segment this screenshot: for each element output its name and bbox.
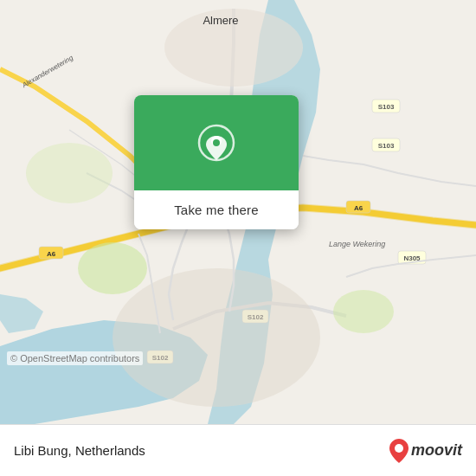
svg-text:S103: S103 [378,142,395,150]
svg-point-21 [26,143,113,203]
svg-point-26 [395,444,403,453]
moovit-pin-icon [389,439,408,463]
take-me-there-button[interactable]: Take me there [134,190,299,229]
svg-point-25 [213,139,220,146]
copyright-text: © OpenStreetMap contributors [7,351,143,365]
popup-header [134,95,299,190]
bottom-bar: Libi Bung, Netherlands moovit [0,424,476,476]
svg-point-19 [78,242,147,294]
svg-text:Almere: Almere [203,14,238,27]
map-popup: Take me there [134,95,299,229]
location-name: Libi Bung, Netherlands [14,443,145,458]
moovit-logo-text: moovit [411,441,462,460]
svg-text:A6: A6 [354,204,363,212]
location-pin-icon [197,124,235,162]
svg-point-18 [113,268,320,407]
location-info: Libi Bung, Netherlands [14,443,145,458]
map-container: A6 A6 Alexanderwetering S102 S102 S103 S… [0,0,476,424]
svg-text:Lange Wekering: Lange Wekering [329,240,385,248]
svg-text:A6: A6 [47,250,56,258]
svg-point-20 [333,290,394,333]
svg-text:S103: S103 [378,103,395,111]
moovit-logo: moovit [389,439,462,463]
